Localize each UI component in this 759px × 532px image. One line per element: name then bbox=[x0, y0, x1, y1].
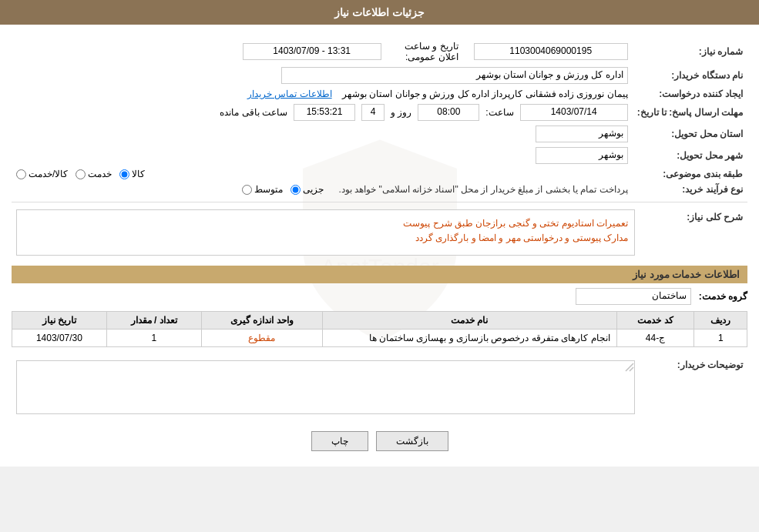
description-label: شرح کلی نیاز: bbox=[640, 207, 747, 258]
remaining-suffix: ساعت باقی مانده bbox=[220, 107, 287, 118]
need-number-label: شماره نیاز: bbox=[633, 38, 747, 65]
remaining-time: 15:53:21 bbox=[294, 104, 355, 121]
category-radio-group: کالا/خدمت خدمت کالا bbox=[16, 169, 628, 179]
purchase-note: پرداخت تمام یا بخشی از مبلغ خریدار از مح… bbox=[338, 184, 627, 195]
delivery-city-label: شهر محل تحویل: bbox=[633, 145, 747, 166]
service-group-label: گروه خدمت: bbox=[699, 291, 747, 302]
service-section-title: اطلاعات خدمات مورد نیاز bbox=[12, 266, 747, 283]
purchase-type-label: نوع فرآیند خرید: bbox=[633, 182, 747, 197]
row-num: 1 bbox=[694, 330, 747, 347]
col-unit: واحد اندازه گیری bbox=[201, 312, 322, 330]
service-group-value: ساختمان bbox=[576, 288, 691, 305]
response-time: 08:00 bbox=[418, 104, 479, 121]
delivery-city-value: بوشهر bbox=[536, 147, 628, 164]
purchase-type-motavasset[interactable]: متوسط bbox=[242, 184, 283, 195]
print-button[interactable]: چاپ bbox=[311, 431, 368, 451]
service-group-row: گروه خدمت: ساختمان bbox=[12, 288, 747, 305]
remaining-days: 4 bbox=[361, 104, 385, 121]
col-row-num: ردیف bbox=[694, 312, 747, 330]
buyer-org-value: اداره کل ورزش و جوانان استان بوشهر bbox=[281, 67, 628, 84]
buyer-notes-box bbox=[16, 360, 635, 414]
quantity: 1 bbox=[106, 330, 201, 347]
category-label: طبقه بندی موضوعی: bbox=[633, 166, 747, 182]
service-name: انجام کارهای متفرقه درخصوص بازسازی و بهس… bbox=[322, 330, 616, 347]
remaining-days-label: روز و bbox=[391, 107, 411, 118]
announce-date-value: 1403/07/09 - 13:31 bbox=[243, 43, 381, 60]
need-number-value: 1103004069000195 bbox=[474, 43, 628, 60]
purchase-type-radio-group: متوسط جزیی bbox=[242, 184, 324, 195]
buyer-org-label: نام دستگاه خریدار: bbox=[633, 65, 747, 86]
requester-label: ایجاد کننده درخواست: bbox=[633, 86, 747, 102]
service-code: ج-44 bbox=[616, 330, 694, 347]
purchase-type-jozi[interactable]: جزیی bbox=[291, 184, 324, 195]
bottom-buttons: بازگشت چاپ bbox=[12, 431, 747, 451]
col-need-date: تاریخ نیاز bbox=[12, 312, 107, 330]
col-quantity: تعداد / مقدار bbox=[106, 312, 201, 330]
page-title: جزئیات اطلاعات نیاز bbox=[334, 6, 425, 18]
resize-icon bbox=[625, 363, 634, 372]
category-option-kala-khedmat[interactable]: کالا/خدمت bbox=[16, 169, 68, 179]
delivery-province-label: استان محل تحویل: bbox=[633, 123, 747, 145]
delivery-province-value: بوشهر bbox=[536, 125, 628, 142]
response-deadline-label: مهلت ارسال پاسخ: تا تاریخ: bbox=[633, 102, 747, 123]
need-date: 1403/07/30 bbox=[12, 330, 107, 347]
unit: مقطوع bbox=[201, 330, 322, 347]
requester-value: پیمان نوروزی زاده فشقانی کارپرداز اداره … bbox=[342, 89, 628, 99]
contact-link[interactable]: اطلاعات تماس خریدار bbox=[247, 89, 332, 99]
announce-date-label: تاریخ و ساعت اعلان عمومی: bbox=[386, 38, 463, 65]
description-text: تعمیرات استادیوم تختی و گنجی برازجان طبق… bbox=[16, 209, 635, 256]
response-date: 1403/07/14 bbox=[520, 104, 628, 121]
category-option-khedmat[interactable]: خدمت bbox=[76, 169, 112, 179]
page-header: جزئیات اطلاعات نیاز bbox=[0, 0, 759, 25]
response-time-label: ساعت: bbox=[485, 107, 513, 118]
services-table: ردیف کد خدمت نام خدمت واحد اندازه گیری ت… bbox=[12, 311, 747, 347]
buyer-notes-label: توضیحات خریدار: bbox=[640, 355, 747, 420]
col-service-code: کد خدمت bbox=[616, 312, 694, 330]
category-option-kala[interactable]: کالا bbox=[119, 169, 145, 179]
table-row: 1 ج-44 انجام کارهای متفرقه درخصوص بازساز… bbox=[12, 330, 747, 347]
col-service-name: نام خدمت bbox=[322, 312, 616, 330]
back-button[interactable]: بازگشت bbox=[376, 431, 448, 451]
